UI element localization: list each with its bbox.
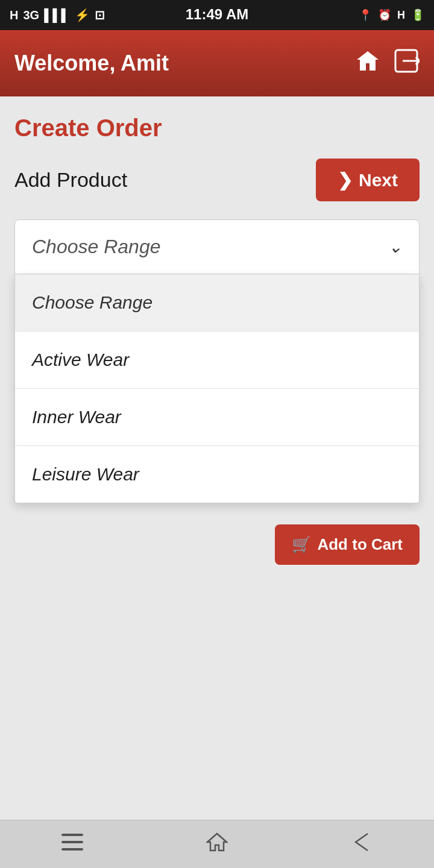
add-product-row: Add Product ❯ Next	[14, 159, 420, 201]
signal-bars: ▌▌▌	[44, 8, 70, 22]
signal-icon: H	[10, 8, 18, 22]
dropdown-option-active-wear[interactable]: Active Wear	[15, 332, 419, 389]
home-icon[interactable]	[354, 48, 381, 80]
app-header: Welcome, Amit	[0, 30, 434, 96]
dropdown-placeholder: Choose Range	[32, 236, 160, 258]
hamburger-icon[interactable]	[61, 833, 83, 855]
svg-rect-2	[61, 841, 83, 843]
add-to-cart-label: Add to Cart	[317, 535, 403, 554]
svg-rect-3	[61, 848, 83, 851]
usb-icon: ⚡	[75, 8, 90, 22]
battery-icon: 🔋	[411, 8, 424, 22]
page-title: Create Order	[14, 115, 420, 142]
status-bar: H 3G ▌▌▌ ⚡ ⊡ 11:49 AM 📍 ⏰ H 🔋	[0, 0, 434, 30]
dropdown-menu: Choose Range Active Wear Inner Wear Leis…	[14, 274, 420, 503]
dropdown-option-inner-wear[interactable]: Inner Wear	[15, 389, 419, 446]
add-product-label: Add Product	[14, 168, 127, 192]
alarm-icon: ⏰	[378, 8, 391, 22]
dropdown-option-choose-range[interactable]: Choose Range	[15, 274, 419, 332]
status-time: 11:49 AM	[186, 6, 248, 23]
next-button-label: Next	[359, 170, 398, 190]
choose-range-trigger[interactable]: Choose Range ⌄	[14, 219, 420, 274]
back-icon[interactable]	[351, 831, 373, 858]
network-type: 3G	[23, 8, 39, 22]
home-nav-icon[interactable]	[206, 831, 228, 858]
dropdown-wrapper: Choose Range ⌄ Choose Range Active Wear …	[14, 219, 420, 503]
status-left: H 3G ▌▌▌ ⚡ ⊡	[10, 8, 105, 22]
svg-rect-1	[61, 834, 83, 836]
status-right: 📍 ⏰ H 🔋	[359, 8, 424, 22]
logout-icon[interactable]	[393, 48, 420, 80]
header-icons	[354, 48, 420, 80]
chevron-down-icon: ⌄	[388, 237, 402, 257]
bottom-nav	[0, 820, 434, 868]
add-to-cart-button[interactable]: 🛒 Add to Cart	[275, 524, 420, 565]
next-button[interactable]: ❯ Next	[316, 159, 420, 201]
extra-icon: ⊡	[95, 8, 105, 22]
network-icon: H	[397, 9, 405, 22]
dropdown-option-leisure-wear[interactable]: Leisure Wear	[15, 446, 419, 503]
cart-icon: 🛒	[292, 535, 311, 554]
chevron-right-icon: ❯	[338, 169, 353, 190]
header-title: Welcome, Amit	[14, 51, 169, 76]
main-content: Create Order Add Product ❯ Next Choose R…	[0, 96, 434, 820]
location-icon: 📍	[359, 8, 372, 22]
